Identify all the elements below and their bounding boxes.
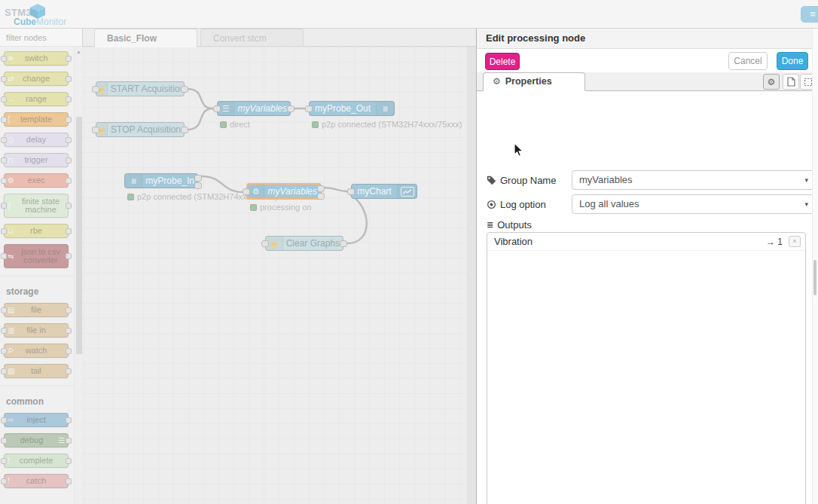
- palette-node-range[interactable]: ↔range: [4, 92, 69, 106]
- watch-icon: ⚲: [8, 344, 13, 357]
- palette-port-left: [1, 178, 7, 184]
- description-button[interactable]: [783, 74, 799, 90]
- palette-node-label: catch: [26, 476, 46, 485]
- palette-node-inject[interactable]: ⇨inject: [4, 413, 69, 427]
- inject-icon: ⇨: [8, 414, 14, 426]
- tag-icon: [487, 176, 496, 185]
- palette-port-right: [66, 228, 72, 234]
- palette-scrollbar[interactable]: ▲: [74, 47, 83, 504]
- palette-node-label: json to csv converter: [17, 248, 65, 264]
- palette-port-left: [1, 203, 7, 209]
- tab-convert-stcm[interactable]: Convert stcm: [200, 29, 304, 47]
- properties-view-button[interactable]: ⚙: [763, 74, 780, 90]
- palette-port-left: [1, 228, 7, 234]
- output-row-vibration[interactable]: Vibration → 1 ×: [487, 233, 805, 251]
- output-port[interactable]: [181, 127, 188, 133]
- output-port-2[interactable]: [194, 182, 202, 189]
- group-name-select[interactable]: myVariables▾: [572, 170, 814, 190]
- output-port-1[interactable]: [194, 175, 202, 182]
- palette-node-rbe[interactable]: ⊔rbe: [4, 224, 69, 238]
- palette-port-right: [66, 307, 72, 313]
- log-option-select[interactable]: Log all values▾: [572, 194, 814, 214]
- input-port[interactable]: [347, 188, 355, 195]
- palette-port-right: [66, 56, 72, 62]
- palette-node-trigger[interactable]: ⊓trigger: [4, 153, 69, 167]
- input-port[interactable]: [213, 105, 221, 112]
- input-port[interactable]: [92, 127, 99, 133]
- flow-node-clear-graphs[interactable]: ☝ Clear Graphs: [265, 236, 343, 251]
- palette-node-delay[interactable]: ◷delay: [4, 133, 69, 147]
- flow-node-start-acquisition[interactable]: ☝ START Acquisition: [96, 81, 185, 96]
- palette-node-label: exec: [27, 176, 44, 185]
- output-port[interactable]: [181, 86, 188, 93]
- tab-basic-flow[interactable]: Basic_Flow: [94, 29, 197, 47]
- tab-properties[interactable]: ⚙Properties: [483, 72, 585, 91]
- scroll-up-icon[interactable]: ▲: [76, 49, 81, 54]
- palette-scrollbar-thumb[interactable]: [76, 117, 82, 354]
- log-option-row: Log option Log all values▾: [487, 194, 809, 214]
- node-status: direct: [220, 120, 250, 129]
- palette-port-right: [66, 253, 72, 259]
- panel-scrollbar-thumb[interactable]: [813, 260, 816, 295]
- palette-node-label: trigger: [24, 155, 47, 164]
- status-green-square: [220, 121, 227, 128]
- done-button[interactable]: Done: [777, 52, 808, 70]
- input-port[interactable]: [92, 86, 99, 93]
- gear-icon: ⚙: [493, 76, 501, 87]
- flow-node-stop-acquisition[interactable]: ☝ STOP Acquisition: [96, 122, 185, 137]
- output-port-2[interactable]: [317, 193, 325, 200]
- palette-node-template[interactable]: {template: [4, 112, 69, 127]
- palette-node-exec[interactable]: ⚙exec: [4, 173, 69, 188]
- cancel-button[interactable]: Cancel: [728, 52, 768, 70]
- circle-dot-icon: [487, 200, 496, 209]
- palette-port-left: [1, 478, 7, 484]
- debug-icon: ☰: [58, 434, 65, 447]
- switch-icon: ⋔: [8, 52, 14, 65]
- palette-node-watch[interactable]: ⚲watch: [4, 344, 69, 358]
- flow-canvas[interactable]: ☝ START Acquisition ☝ STOP Acquisition ☰…: [83, 47, 467, 504]
- palette-node-json-to-csv-converter[interactable]: ⇋json to csv converter: [4, 244, 69, 268]
- document-icon: [787, 77, 795, 87]
- output-port[interactable]: [340, 240, 347, 247]
- trigger-icon: ⊓: [8, 154, 14, 166]
- input-port[interactable]: [243, 188, 250, 195]
- palette-port-right: [66, 76, 72, 82]
- output-port[interactable]: [287, 105, 295, 112]
- flow-node-mychart[interactable]: myChart: [351, 184, 417, 199]
- output-port-1[interactable]: [317, 185, 325, 192]
- input-port[interactable]: [261, 240, 269, 247]
- flow-node-myvariables-1[interactable]: ☰ myVariables: [217, 101, 291, 116]
- flow-node-myvariables-2-selected[interactable]: ⚙ myVariables: [246, 183, 322, 200]
- panel-scrollbar[interactable]: [812, 29, 818, 504]
- palette-node-file-in[interactable]: ▥file in: [4, 323, 69, 338]
- palette-node-label: debug: [20, 435, 44, 444]
- palette-node-complete[interactable]: !complete: [4, 454, 69, 468]
- canvas-scrollbar[interactable]: [467, 47, 476, 504]
- delete-button[interactable]: Delete: [485, 53, 520, 70]
- palette-node-catch[interactable]: !catch: [4, 474, 69, 488]
- palette-node-switch[interactable]: ⋔switch: [4, 51, 69, 66]
- log-option-label: Log option: [487, 199, 562, 210]
- palette-node-change[interactable]: ⇄change: [4, 72, 69, 86]
- palette-node-finite-state-machine[interactable]: ƒfinite state machine: [4, 194, 69, 218]
- remove-output-button[interactable]: ×: [789, 236, 801, 247]
- status-green-square: [127, 194, 134, 200]
- main-menu-button[interactable]: ≡: [801, 6, 818, 23]
- complete-icon: !: [8, 454, 10, 467]
- palette-node-tail[interactable]: ▧tail: [4, 364, 69, 378]
- chevron-down-icon: ▾: [804, 171, 808, 190]
- palette-port-right: [66, 328, 72, 334]
- file-icon: ▤: [8, 304, 14, 316]
- palette-node-debug[interactable]: ☰debug: [4, 433, 69, 447]
- app-header: STM32 CubeMonitor ≡: [0, 0, 818, 29]
- palette-port-right: [66, 203, 72, 209]
- palette-node-label: delay: [26, 135, 46, 144]
- palette-node-file[interactable]: ▤file: [4, 303, 69, 317]
- palette-section-common: common: [0, 386, 74, 413]
- flow-node-myprobe-in[interactable]: ≋ myProbe_In: [124, 173, 198, 188]
- input-port[interactable]: [305, 105, 313, 112]
- filter-nodes-input[interactable]: [0, 29, 82, 46]
- palette-port-left: [1, 328, 7, 334]
- palette-port-left: [1, 253, 7, 259]
- flow-node-myprobe-out[interactable]: myProbe_Out ≋: [309, 101, 395, 116]
